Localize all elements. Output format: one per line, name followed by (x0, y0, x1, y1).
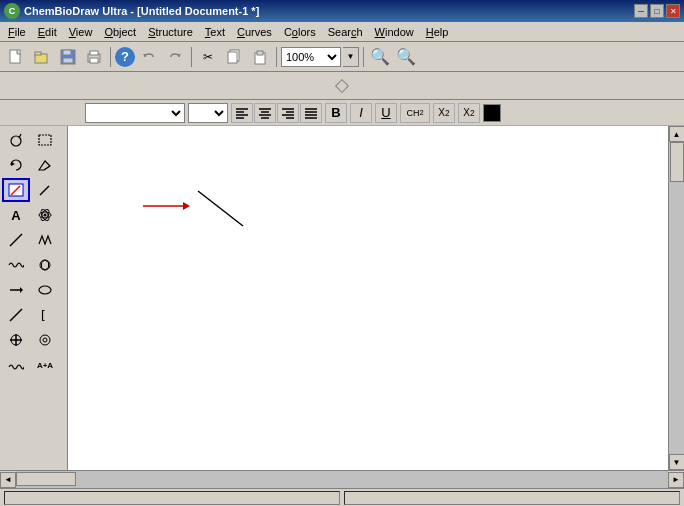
svg-point-46 (39, 286, 51, 294)
arrow-head (183, 202, 190, 210)
svg-marker-45 (20, 287, 23, 293)
scroll-thumb-v[interactable] (670, 142, 684, 182)
scroll-right-button[interactable]: ► (668, 472, 684, 488)
color-swatch[interactable] (483, 104, 501, 122)
oval-tool[interactable] (31, 278, 59, 302)
svg-point-52 (40, 335, 50, 345)
arrow-tool[interactable] (2, 278, 30, 302)
menu-object[interactable]: Object (98, 24, 142, 40)
svg-point-41 (44, 214, 47, 217)
separator1 (110, 47, 111, 67)
left-toolbar: A (0, 126, 68, 470)
help-button[interactable]: ? (115, 47, 135, 67)
eraser-tool[interactable] (31, 153, 59, 177)
text-label-tool[interactable]: A+A (31, 353, 59, 377)
menu-edit[interactable]: Edit (32, 24, 63, 40)
toolbar-row-10: A+A (2, 353, 65, 377)
print-button[interactable] (82, 46, 106, 68)
svg-line-34 (44, 166, 50, 170)
canvas-area[interactable] (68, 126, 668, 470)
rotate-tool[interactable] (2, 153, 30, 177)
align-justify-button[interactable] (300, 103, 322, 123)
plus-tool[interactable] (2, 328, 30, 352)
underline-button[interactable]: U (375, 103, 397, 123)
toolbar-row-2 (2, 153, 65, 177)
undo-button[interactable] (137, 46, 161, 68)
copy-button[interactable] (222, 46, 246, 68)
save-button[interactable] (56, 46, 80, 68)
zoom-out-button[interactable]: 🔍 (394, 46, 418, 68)
chain-tool[interactable] (31, 228, 59, 252)
status-right (344, 491, 680, 505)
scroll-thumb-h[interactable] (16, 472, 76, 486)
menu-text[interactable]: Text (199, 24, 231, 40)
size-select[interactable] (188, 103, 228, 123)
wavy-bond-tool[interactable] (2, 253, 30, 277)
zoom-in-button[interactable]: 🔍 (368, 46, 392, 68)
menu-curves[interactable]: Curves (231, 24, 278, 40)
scroll-up-button[interactable]: ▲ (669, 126, 685, 142)
superscript-button[interactable]: X2 (458, 103, 480, 123)
toolbar-row-3 (2, 178, 65, 202)
toolbar-row-7 (2, 278, 65, 302)
svg-line-37 (40, 186, 49, 195)
wave-tool[interactable] (2, 353, 30, 377)
align-center-button[interactable] (254, 103, 276, 123)
pencil-tool[interactable] (2, 178, 30, 202)
menu-colors[interactable]: Colors (278, 24, 322, 40)
zoom-select[interactable]: 100% 50% 75% 150% 200% (281, 47, 341, 67)
menu-search[interactable]: Search (322, 24, 369, 40)
ring-tool[interactable] (31, 253, 59, 277)
svg-rect-4 (63, 50, 71, 55)
menu-view[interactable]: View (63, 24, 99, 40)
brush-tool[interactable] (31, 178, 59, 202)
bold-button[interactable]: B (325, 103, 347, 123)
lasso-tool[interactable] (2, 128, 30, 152)
scroll-left-button[interactable]: ◄ (0, 472, 16, 488)
circle-tool[interactable] (31, 328, 59, 352)
svg-rect-14 (257, 51, 263, 55)
app-icon: C (4, 3, 20, 19)
paste-button[interactable] (248, 46, 272, 68)
scroll-track-v[interactable] (669, 142, 684, 454)
minimize-button[interactable]: ─ (634, 4, 648, 18)
maximize-button[interactable]: □ (650, 4, 664, 18)
scrollbar-vertical[interactable]: ▲ ▼ (668, 126, 684, 470)
scrollbar-horizontal[interactable]: ◄ ► (0, 470, 684, 488)
cut-button[interactable]: ✂ (196, 46, 220, 68)
align-buttons (231, 103, 322, 123)
toolbar-row-8: [ ] (2, 303, 65, 327)
bracket-tool[interactable]: [ ] (31, 303, 59, 327)
scroll-track-h[interactable] (16, 471, 668, 488)
line-tool[interactable] (2, 303, 30, 327)
scroll-down-button[interactable]: ▼ (669, 454, 685, 470)
ch2-button[interactable]: CH2 (400, 103, 430, 123)
menu-structure[interactable]: Structure (142, 24, 199, 40)
zoom-dropdown[interactable]: ▼ (343, 47, 359, 67)
align-right-button[interactable] (277, 103, 299, 123)
align-left-button[interactable] (231, 103, 253, 123)
font-select[interactable] (85, 103, 185, 123)
atom-tool[interactable] (31, 203, 59, 227)
rect-select-tool[interactable] (31, 128, 59, 152)
redo-button[interactable] (163, 46, 187, 68)
menu-file[interactable]: File (2, 24, 32, 40)
open-button[interactable] (30, 46, 54, 68)
bond-line (198, 191, 243, 226)
new-button[interactable] (4, 46, 28, 68)
diamond-indicator (327, 76, 357, 96)
toolbar-row-6 (2, 253, 65, 277)
italic-button[interactable]: I (350, 103, 372, 123)
menu-window[interactable]: Window (369, 24, 420, 40)
subscript-button[interactable]: X2 (433, 103, 455, 123)
toolbar-row-1 (2, 128, 65, 152)
menu-bar: File Edit View Object Structure Text Cur… (0, 22, 684, 42)
menu-help[interactable]: Help (420, 24, 455, 40)
title-bar: C ChemBioDraw Ultra - [Untitled Document… (0, 0, 684, 22)
svg-rect-12 (228, 52, 237, 63)
close-button[interactable]: ✕ (666, 4, 680, 18)
svg-rect-7 (90, 51, 98, 55)
text-tool[interactable]: A (2, 203, 30, 227)
bond-tool[interactable] (2, 228, 30, 252)
toolbar: ? ✂ 100% 50% 75% 150% 200% ▼ 🔍 🔍 (0, 42, 684, 72)
